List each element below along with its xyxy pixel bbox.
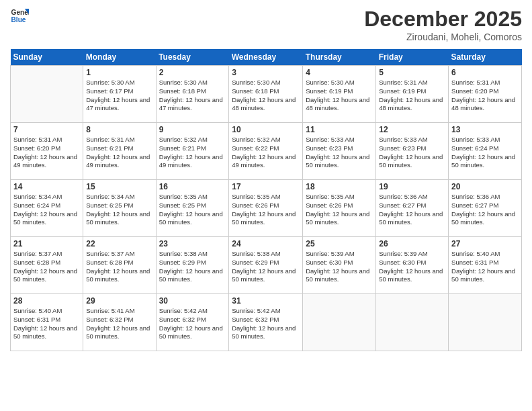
day-number: 25 [306,239,373,248]
day-header-friday: Friday [376,49,449,66]
day-cell: 5Sunrise: 5:31 AM Sunset: 6:19 PM Daylig… [376,66,449,123]
day-cell: 30Sunrise: 5:42 AM Sunset: 6:32 PM Dayli… [156,294,229,351]
day-header-monday: Monday [83,49,156,66]
day-info: Sunrise: 5:31 AM Sunset: 6:21 PM Dayligh… [86,136,152,170]
day-number: 3 [232,68,300,77]
day-number: 1 [86,68,152,77]
page-container: General Blue December 2025 Ziroudani, Mo… [0,0,532,358]
week-row-4: 21Sunrise: 5:37 AM Sunset: 6:28 PM Dayli… [11,237,522,294]
day-info: Sunrise: 5:38 AM Sunset: 6:29 PM Dayligh… [159,250,226,284]
week-row-5: 28Sunrise: 5:40 AM Sunset: 6:31 PM Dayli… [11,294,522,351]
day-number: 8 [86,125,152,134]
day-info: Sunrise: 5:33 AM Sunset: 6:24 PM Dayligh… [451,136,519,170]
day-number: 22 [86,239,152,248]
day-info: Sunrise: 5:33 AM Sunset: 6:23 PM Dayligh… [379,136,445,170]
day-info: Sunrise: 5:35 AM Sunset: 6:25 PM Dayligh… [159,193,226,227]
day-cell: 23Sunrise: 5:38 AM Sunset: 6:29 PM Dayli… [156,237,229,294]
day-header-saturday: Saturday [449,49,522,66]
calendar-table: SundayMondayTuesdayWednesdayThursdayFrid… [10,49,522,351]
day-cell: 27Sunrise: 5:40 AM Sunset: 6:31 PM Dayli… [449,237,522,294]
day-info: Sunrise: 5:32 AM Sunset: 6:21 PM Dayligh… [159,136,226,170]
logo: General Blue [10,7,29,26]
day-info: Sunrise: 5:30 AM Sunset: 6:19 PM Dayligh… [306,79,373,113]
day-cell: 31Sunrise: 5:42 AM Sunset: 6:32 PM Dayli… [229,294,303,351]
day-cell: 29Sunrise: 5:41 AM Sunset: 6:32 PM Dayli… [83,294,156,351]
day-number: 20 [451,182,519,191]
day-header-thursday: Thursday [303,49,376,66]
header: General Blue December 2025 Ziroudani, Mo… [10,7,522,42]
day-header-sunday: Sunday [11,49,83,66]
days-header-row: SundayMondayTuesdayWednesdayThursdayFrid… [11,49,522,66]
day-info: Sunrise: 5:37 AM Sunset: 6:28 PM Dayligh… [86,250,152,284]
week-row-3: 14Sunrise: 5:34 AM Sunset: 6:24 PM Dayli… [11,180,522,237]
day-cell: 2Sunrise: 5:30 AM Sunset: 6:18 PM Daylig… [156,66,229,123]
day-cell: 17Sunrise: 5:35 AM Sunset: 6:26 PM Dayli… [229,180,303,237]
day-number: 12 [379,125,445,134]
day-number: 23 [159,239,226,248]
day-info: Sunrise: 5:35 AM Sunset: 6:26 PM Dayligh… [306,193,373,227]
day-header-tuesday: Tuesday [156,49,229,66]
day-cell: 12Sunrise: 5:33 AM Sunset: 6:23 PM Dayli… [376,123,449,180]
day-number: 19 [379,182,445,191]
day-info: Sunrise: 5:36 AM Sunset: 6:27 PM Dayligh… [451,193,519,227]
day-number: 29 [86,296,152,306]
day-number: 27 [451,239,519,248]
week-row-1: 1Sunrise: 5:30 AM Sunset: 6:17 PM Daylig… [11,66,522,123]
day-info: Sunrise: 5:42 AM Sunset: 6:32 PM Dayligh… [159,307,226,341]
day-info: Sunrise: 5:31 AM Sunset: 6:20 PM Dayligh… [13,136,80,170]
day-info: Sunrise: 5:30 AM Sunset: 6:17 PM Dayligh… [86,79,152,113]
day-cell: 7Sunrise: 5:31 AM Sunset: 6:20 PM Daylig… [11,123,83,180]
day-cell: 8Sunrise: 5:31 AM Sunset: 6:21 PM Daylig… [83,123,156,180]
day-number: 28 [13,296,80,306]
day-info: Sunrise: 5:35 AM Sunset: 6:26 PM Dayligh… [232,193,300,227]
day-cell [376,294,449,351]
day-cell: 3Sunrise: 5:30 AM Sunset: 6:18 PM Daylig… [229,66,303,123]
day-cell: 18Sunrise: 5:35 AM Sunset: 6:26 PM Dayli… [303,180,376,237]
day-number: 5 [379,68,445,77]
day-number: 14 [13,182,80,191]
day-number: 31 [232,296,300,306]
day-cell [11,66,83,123]
day-info: Sunrise: 5:31 AM Sunset: 6:19 PM Dayligh… [379,79,445,113]
day-cell: 6Sunrise: 5:31 AM Sunset: 6:20 PM Daylig… [449,66,522,123]
day-cell: 19Sunrise: 5:36 AM Sunset: 6:27 PM Dayli… [376,180,449,237]
day-cell: 20Sunrise: 5:36 AM Sunset: 6:27 PM Dayli… [449,180,522,237]
day-cell: 24Sunrise: 5:38 AM Sunset: 6:29 PM Dayli… [229,237,303,294]
day-info: Sunrise: 5:37 AM Sunset: 6:28 PM Dayligh… [13,250,80,284]
month-title: December 2025 [364,7,522,32]
day-cell [449,294,522,351]
day-number: 13 [451,125,519,134]
day-cell: 11Sunrise: 5:33 AM Sunset: 6:23 PM Dayli… [303,123,376,180]
day-info: Sunrise: 5:36 AM Sunset: 6:27 PM Dayligh… [379,193,445,227]
day-info: Sunrise: 5:30 AM Sunset: 6:18 PM Dayligh… [232,79,300,113]
day-number: 2 [159,68,226,77]
day-info: Sunrise: 5:39 AM Sunset: 6:30 PM Dayligh… [306,250,373,284]
title-block: December 2025 Ziroudani, Moheli, Comoros [364,7,522,42]
week-row-2: 7Sunrise: 5:31 AM Sunset: 6:20 PM Daylig… [11,123,522,180]
day-info: Sunrise: 5:34 AM Sunset: 6:25 PM Dayligh… [86,193,152,227]
day-number: 24 [232,239,300,248]
day-cell [303,294,376,351]
day-info: Sunrise: 5:40 AM Sunset: 6:31 PM Dayligh… [13,307,80,341]
svg-text:Blue: Blue [11,16,26,24]
day-number: 16 [159,182,226,191]
day-cell: 25Sunrise: 5:39 AM Sunset: 6:30 PM Dayli… [303,237,376,294]
day-cell: 9Sunrise: 5:32 AM Sunset: 6:21 PM Daylig… [156,123,229,180]
day-info: Sunrise: 5:33 AM Sunset: 6:23 PM Dayligh… [306,136,373,170]
day-cell: 14Sunrise: 5:34 AM Sunset: 6:24 PM Dayli… [11,180,83,237]
day-info: Sunrise: 5:38 AM Sunset: 6:29 PM Dayligh… [232,250,300,284]
day-number: 15 [86,182,152,191]
day-info: Sunrise: 5:39 AM Sunset: 6:30 PM Dayligh… [379,250,445,284]
day-number: 18 [306,182,373,191]
day-cell: 4Sunrise: 5:30 AM Sunset: 6:19 PM Daylig… [303,66,376,123]
day-number: 30 [159,296,226,306]
day-cell: 13Sunrise: 5:33 AM Sunset: 6:24 PM Dayli… [449,123,522,180]
day-number: 21 [13,239,80,248]
day-info: Sunrise: 5:30 AM Sunset: 6:18 PM Dayligh… [159,79,226,113]
day-number: 17 [232,182,300,191]
location: Ziroudani, Moheli, Comoros [364,32,522,42]
day-info: Sunrise: 5:34 AM Sunset: 6:24 PM Dayligh… [13,193,80,227]
day-cell: 16Sunrise: 5:35 AM Sunset: 6:25 PM Dayli… [156,180,229,237]
day-info: Sunrise: 5:40 AM Sunset: 6:31 PM Dayligh… [451,250,519,284]
day-info: Sunrise: 5:41 AM Sunset: 6:32 PM Dayligh… [86,307,152,341]
